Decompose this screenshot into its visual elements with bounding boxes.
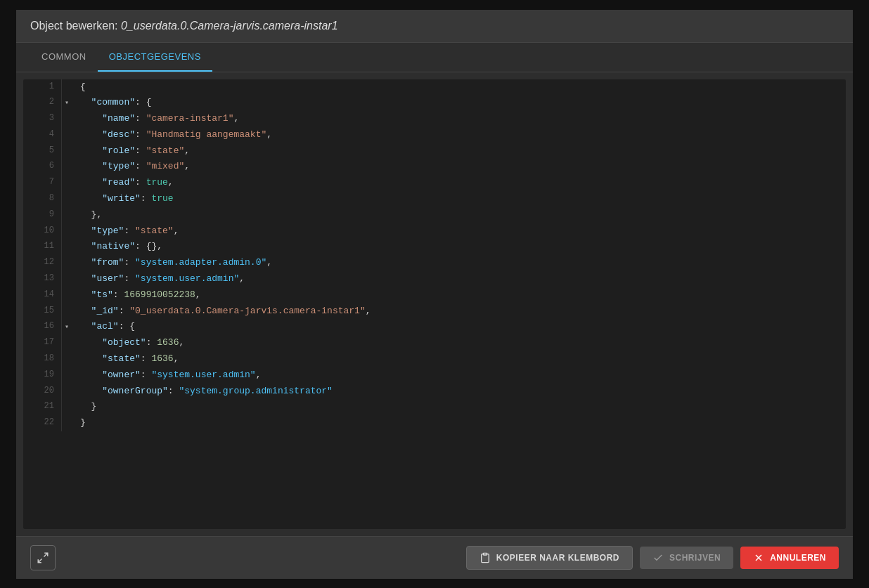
table-row: 3 "name": "camera-instar1", bbox=[23, 111, 846, 127]
write-button-label: SCHRIJVEN bbox=[669, 553, 721, 563]
dialog-header: Object bewerken: 0_userdata.0.Camera-jar… bbox=[16, 10, 853, 43]
title-prefix: Object bewerken: bbox=[30, 20, 121, 32]
dialog: Object bewerken: 0_userdata.0.Camera-jar… bbox=[16, 10, 853, 579]
expand-icon-button[interactable] bbox=[30, 545, 56, 570]
table-row: 14 "ts": 1669910052238, bbox=[23, 287, 846, 303]
table-row: 9 }, bbox=[23, 207, 846, 223]
table-row: 7 "read": true, bbox=[23, 175, 846, 191]
close-icon bbox=[753, 552, 764, 563]
dialog-body: 1 { 2 ▾ "common": { 3 "name": "camera-in… bbox=[16, 72, 853, 536]
table-row: 21 } bbox=[23, 399, 846, 415]
dialog-title: Object bewerken: 0_userdata.0.Camera-jar… bbox=[30, 20, 338, 32]
table-row: 6 "type": "mixed", bbox=[23, 159, 846, 175]
write-button[interactable]: SCHRIJVEN bbox=[640, 547, 733, 569]
title-id: 0_userdata.0.Camera-jarvis.camera-instar… bbox=[121, 20, 338, 32]
table-row: 13 "user": "system.user.admin", bbox=[23, 271, 846, 287]
check-icon bbox=[652, 552, 664, 563]
table-row: 4 "desc": "Handmatig aangemaakt", bbox=[23, 127, 846, 143]
table-row: 1 { bbox=[23, 79, 846, 96]
cancel-button[interactable]: ANNULEREN bbox=[740, 547, 839, 569]
copy-button[interactable]: KOPIEER NAAR KLEMBORD bbox=[466, 546, 633, 570]
table-row: 20 "ownerGroup": "system.group.administr… bbox=[23, 384, 846, 400]
copy-button-label: KOPIEER NAAR KLEMBORD bbox=[496, 553, 619, 563]
tabs-bar: COMMON OBJECTGEGEVENS bbox=[16, 43, 853, 72]
table-row: 12 "from": "system.adapter.admin.0", bbox=[23, 255, 846, 271]
table-row: 10 "type": "state", bbox=[23, 223, 846, 240]
dialog-footer: KOPIEER NAAR KLEMBORD SCHRIJVEN ANNULERE… bbox=[16, 536, 853, 579]
table-row: 11 "native": {}, bbox=[23, 239, 846, 255]
svg-line-1 bbox=[38, 558, 41, 562]
svg-line-0 bbox=[44, 553, 48, 556]
table-row: 22 } bbox=[23, 415, 846, 431]
footer-right: KOPIEER NAAR KLEMBORD SCHRIJVEN ANNULERE… bbox=[466, 546, 839, 570]
table-row: 16 ▾ "acl": { bbox=[23, 319, 846, 335]
code-editor[interactable]: 1 { 2 ▾ "common": { 3 "name": "camera-in… bbox=[23, 79, 846, 529]
table-row: 19 "owner": "system.user.admin", bbox=[23, 367, 846, 384]
clipboard-icon bbox=[479, 552, 491, 563]
cancel-button-label: ANNULEREN bbox=[770, 553, 826, 563]
table-row: 5 "role": "state", bbox=[23, 143, 846, 159]
table-row: 2 ▾ "common": { bbox=[23, 95, 846, 111]
table-row: 17 "object": 1636, bbox=[23, 335, 846, 351]
svg-rect-2 bbox=[483, 553, 487, 555]
tab-common[interactable]: COMMON bbox=[30, 43, 98, 72]
tab-objectgegevens[interactable]: OBJECTGEGEVENS bbox=[98, 43, 212, 72]
code-table: 1 { 2 ▾ "common": { 3 "name": "camera-in… bbox=[23, 79, 846, 432]
table-row: 15 "_id": "0_userdata.0.Camera-jarvis.ca… bbox=[23, 303, 846, 320]
table-row: 8 "write": true bbox=[23, 191, 846, 207]
table-row: 18 "state": 1636, bbox=[23, 351, 846, 367]
footer-left bbox=[30, 545, 56, 570]
